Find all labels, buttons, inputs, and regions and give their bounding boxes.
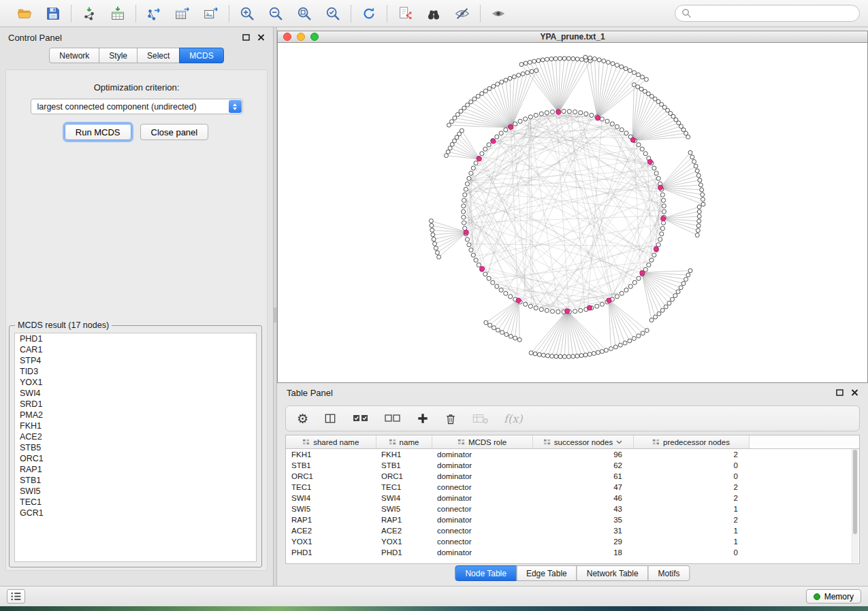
table-settings-button[interactable]: ⚙ [297,412,308,425]
compare-networks-button[interactable] [452,3,472,24]
node-table-cell[interactable]: RAP1 [376,514,432,525]
table-scrollbar-thumb[interactable] [853,450,857,534]
tab-motifs[interactable]: Motifs [648,565,690,581]
node-table-cell[interactable]: 1 [633,525,749,536]
node-table-cell[interactable]: SWI4 [286,493,376,503]
node-table-row[interactable]: TEC1TEC1connector472 [286,482,859,493]
table-split-view-button[interactable] [323,412,338,425]
node-table-cell[interactable]: 35 [532,514,633,525]
node-table-cell[interactable]: 62 [532,460,633,471]
node-table-cell[interactable]: FKH1 [286,449,376,461]
network-graph[interactable] [278,43,867,382]
node-table-row[interactable]: ORC1ORC1dominator610 [286,471,859,482]
mcds-result-list[interactable]: PHD1CAR1STP4TID3YOX1SWI4SRD1PMA2FKH1ACE2… [14,333,257,562]
node-table-cell[interactable]: dominator [432,460,532,471]
mcds-result-item[interactable]: FKH1 [15,420,256,431]
node-table-cell[interactable] [749,514,859,525]
node-table-cell[interactable]: 2 [633,493,749,503]
node-table-cell[interactable]: YOX1 [376,536,432,547]
node-table-cell[interactable] [749,503,859,514]
network-canvas[interactable] [277,43,868,383]
node-table-cell[interactable]: 2 [633,482,749,493]
mcds-result-item[interactable]: CAR1 [15,344,256,355]
float-table-panel-button[interactable] [836,389,843,396]
node-table-cell[interactable]: 61 [532,471,633,482]
table-scrollbar[interactable] [852,449,858,563]
window-maximize-button[interactable] [310,33,319,41]
node-table-cell[interactable] [749,547,859,558]
zoom-selected-button[interactable] [323,3,343,24]
node-table-cell[interactable]: 29 [532,536,633,547]
node-table-cell[interactable]: 0 [633,547,749,558]
splitter-handle[interactable] [274,308,276,323]
mcds-result-item[interactable]: SWI5 [15,486,256,497]
search-network-button[interactable] [423,3,444,24]
add-column-button[interactable] [416,412,430,425]
node-table-cell[interactable]: dominator [432,493,532,503]
node-table-cell[interactable]: dominator [432,514,532,525]
mcds-result-item[interactable]: TEC1 [15,497,256,508]
node-table-cell[interactable]: dominator [432,449,532,461]
delete-table-button[interactable] [472,412,489,425]
node-table-cell[interactable]: 0 [633,460,749,471]
memory-button[interactable]: Memory [806,589,861,604]
mcds-result-item[interactable]: PMA2 [15,410,256,420]
refresh-network-button[interactable] [359,3,379,24]
deselect-all-columns-button[interactable] [384,412,402,425]
show-hide-button[interactable] [488,3,509,24]
node-table-cell[interactable]: 0 [633,471,749,482]
node-table-cell[interactable]: FKH1 [376,449,432,461]
mcds-result-item[interactable]: STP4 [15,355,256,366]
node-table-row[interactable]: STB1STB1dominator620 [286,460,859,471]
close-panel-button[interactable] [257,34,265,41]
node-table-cell[interactable]: 2 [633,514,749,525]
close-table-panel-button[interactable] [851,389,858,396]
function-builder-button[interactable]: f(x) [504,412,522,425]
mcds-result-item[interactable]: YOX1 [15,377,256,388]
export-image-button[interactable] [201,3,221,24]
export-network-button[interactable] [144,3,164,24]
node-table-cell[interactable]: connector [432,503,532,514]
tab-network-table[interactable]: Network Table [577,565,649,581]
node-table-cell[interactable]: dominator [432,547,532,558]
node-table-cell[interactable]: ACE2 [286,525,376,536]
node-table-cell[interactable] [749,525,859,536]
mcds-result-item[interactable]: RAP1 [15,464,256,475]
select-all-columns-button[interactable] [352,412,370,425]
run-mcds-button[interactable]: Run MCDS [65,124,131,140]
column-header-successor-nodes[interactable]: successor nodes [532,435,633,449]
node-table-cell[interactable]: STB1 [376,460,432,471]
node-table-cell[interactable]: 43 [532,503,633,514]
node-table-cell[interactable]: ORC1 [376,471,432,482]
mcds-result-item[interactable]: STB1 [15,475,256,486]
node-table-cell[interactable] [749,493,859,503]
node-table-cell[interactable]: 2 [633,449,749,461]
node-table-row[interactable]: YOX1YOX1connector291 [286,536,859,547]
tab-edge-table[interactable]: Edge Table [516,565,577,581]
node-table-cell[interactable]: connector [432,525,532,536]
node-table-cell[interactable]: SWI5 [376,503,432,514]
mcds-result-item[interactable]: TID3 [15,366,256,377]
column-header-shared-name[interactable]: shared name [286,435,376,449]
mcds-result-item[interactable]: SWI4 [15,388,256,399]
node-table-cell[interactable]: 31 [532,525,633,536]
node-table-cell[interactable]: SWI4 [376,493,432,503]
node-table-row[interactable]: SWI5SWI5connector431 [286,503,859,514]
mcds-result-item[interactable]: GCR1 [15,508,256,518]
tab-node-table[interactable]: Node Table [455,565,517,581]
node-table-cell[interactable]: RAP1 [286,514,376,525]
column-header-predecessor-nodes[interactable]: predecessor nodes [633,435,749,449]
search-input[interactable] [696,8,853,19]
node-table-row[interactable]: SWI4SWI4dominator462 [286,493,859,503]
node-table-cell[interactable] [749,471,859,482]
network-window-titlebar[interactable]: YPA_prune.txt_1 [277,31,868,43]
tab-style[interactable]: Style [99,48,138,63]
save-session-button[interactable] [43,3,63,24]
node-table-cell[interactable]: 47 [532,482,633,493]
node-table-row[interactable]: FKH1FKH1dominator962 [286,449,859,461]
node-table-cell[interactable]: PHD1 [286,547,376,558]
window-minimize-button[interactable] [297,33,305,41]
node-table-cell[interactable]: SWI5 [286,503,376,514]
mcds-result-item[interactable]: ORC1 [15,453,256,464]
float-panel-button[interactable] [242,34,250,41]
